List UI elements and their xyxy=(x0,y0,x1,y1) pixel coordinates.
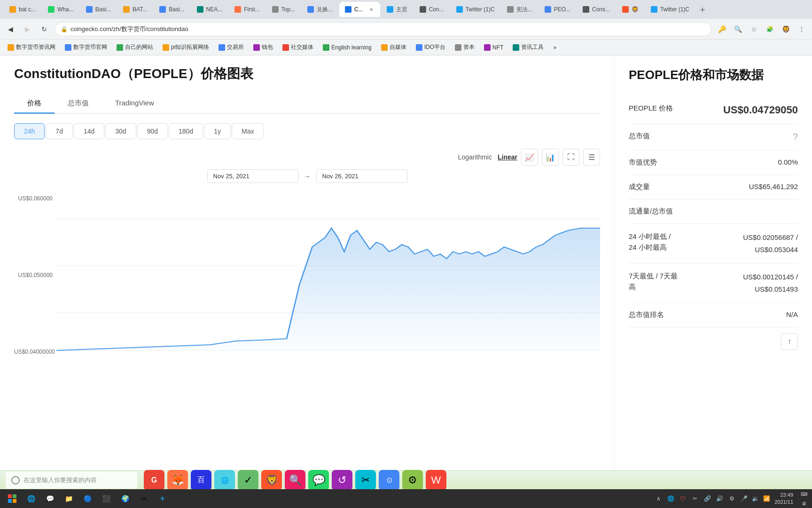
taskbar-folder-icon[interactable]: 📁 xyxy=(60,490,77,507)
time-btn-max[interactable]: Max xyxy=(232,123,264,139)
tab-close-con1[interactable]: ✕ xyxy=(368,6,375,13)
taskbar-icon-blue1[interactable]: 🌐 xyxy=(214,470,235,491)
taskbar-icon-chrome[interactable]: ⊙ xyxy=(379,470,399,491)
bookmark-crypto-news[interactable]: 数字货币资讯网 xyxy=(4,41,59,53)
scale-linear[interactable]: Linear xyxy=(498,153,517,161)
menu-icon[interactable]: ⋮ xyxy=(795,23,808,36)
tab-twi2[interactable]: Twitter (1)C xyxy=(451,2,500,17)
tray-link-icon[interactable]: 🔗 xyxy=(703,494,711,503)
reload-button[interactable]: ↻ xyxy=(38,23,51,36)
date-from-input[interactable] xyxy=(207,169,298,183)
tab-top1[interactable]: Top... xyxy=(266,2,301,17)
time-btn-90d[interactable]: 90d xyxy=(137,123,168,139)
search-bar[interactable]: 在这里输入你要搜索的内容 xyxy=(6,472,137,489)
scroll-top-button[interactable]: ↑ xyxy=(781,333,798,350)
taskbar-icon-green1[interactable]: ✓ xyxy=(238,470,258,491)
tab-bas1[interactable]: Basi... xyxy=(80,2,117,17)
time-btn-30d[interactable]: 30d xyxy=(105,123,136,139)
tray-vol-icon[interactable]: 🔉 xyxy=(751,494,759,503)
taskbar-icon-g[interactable]: G xyxy=(144,470,164,491)
chart-type-candle[interactable]: 📊 xyxy=(542,149,559,166)
windows-start-button[interactable] xyxy=(4,490,21,507)
bookmark-ido[interactable]: IDO平台 xyxy=(412,41,449,53)
password-icon[interactable]: 🔑 xyxy=(715,23,728,36)
tray-antivirus-icon[interactable]: 🛡 xyxy=(679,494,687,503)
tab-con2[interactable]: Con... xyxy=(414,2,450,17)
tray-mic-icon[interactable]: 🎤 xyxy=(740,494,748,503)
taskbar-icon-refresh[interactable]: ↺ xyxy=(332,470,352,491)
time-btn-1y[interactable]: 1y xyxy=(204,123,231,139)
time-btn-7d[interactable]: 7d xyxy=(46,123,73,139)
new-tab-button[interactable]: ＋ xyxy=(696,3,709,16)
tab-bat1[interactable]: bat c... xyxy=(4,2,41,17)
taskbar-telegram-icon[interactable]: ✈ xyxy=(154,490,171,507)
bookmark-social[interactable]: 社交媒体 xyxy=(279,41,317,53)
taskbar-icon-search[interactable]: 🔍 xyxy=(285,470,305,491)
tab-fir1[interactable]: First... xyxy=(229,2,265,17)
tab-price[interactable]: 价格 xyxy=(14,94,55,114)
taskbar-chrome-icon[interactable]: 🔵 xyxy=(79,490,96,507)
system-time[interactable]: 23:49 2021/11 xyxy=(774,492,793,506)
taskbar-icon-brave[interactable]: 🦁 xyxy=(261,470,282,491)
tray-settings-icon[interactable]: ⚙ xyxy=(727,494,736,503)
time-btn-24h[interactable]: 24h xyxy=(14,123,45,139)
tab-bat2[interactable]: BAT... xyxy=(117,2,153,17)
tab-peo1[interactable]: PEO... xyxy=(539,2,576,17)
address-bar[interactable]: 🔒 coingecko.com/zh/数字货币/constitutiondao xyxy=(55,22,711,36)
bookmark-icon[interactable]: ☆ xyxy=(747,23,760,36)
taskbar-icon-tool[interactable]: ⚙ xyxy=(402,470,423,491)
taskbar-icon-baidu[interactable]: 百 xyxy=(191,470,211,491)
tray-keyboard-icon[interactable]: ⌨ xyxy=(800,490,808,498)
back-button[interactable]: ◀ xyxy=(4,23,17,36)
date-to-input[interactable] xyxy=(316,169,407,183)
taskbar-capcut-icon[interactable]: ✂ xyxy=(135,490,152,507)
taskbar-earth-icon[interactable]: 🌍 xyxy=(117,490,133,507)
bookmark-crypto-official[interactable]: 数字货币官网 xyxy=(61,41,111,53)
taskbar-browser-icon[interactable]: 🌐 xyxy=(23,490,39,507)
taskbar-icon-edit[interactable]: W xyxy=(426,470,446,491)
extension-icon[interactable]: 🧩 xyxy=(763,23,776,36)
taskbar-terminal-icon[interactable]: ⬛ xyxy=(98,490,115,507)
tray-sound-icon[interactable]: 🔊 xyxy=(715,494,724,503)
tab-exc1[interactable]: 兑换... xyxy=(302,2,338,17)
bookmark-wallet[interactable]: 钱包 xyxy=(250,41,277,53)
tab-twi3[interactable]: Twitter (1)C xyxy=(645,2,695,17)
time-btn-14d[interactable]: 14d xyxy=(74,123,104,139)
chart-fullscreen[interactable]: ⛶ xyxy=(562,149,579,166)
bookmark-english[interactable]: English learning xyxy=(319,42,375,53)
bookmark-my-site[interactable]: 自己的网站 xyxy=(113,41,157,53)
bookmark-pi[interactable]: pi知识拓展网络 xyxy=(159,41,213,53)
bookmark-nft[interactable]: NFT xyxy=(480,42,507,53)
bookmark-capital[interactable]: 资本 xyxy=(451,41,478,53)
time-btn-180d[interactable]: 180d xyxy=(169,123,203,139)
bookmark-exchange[interactable]: 交易所 xyxy=(215,41,248,53)
taskbar-icon-firefox[interactable]: 🦊 xyxy=(167,470,188,491)
tab-con1-active[interactable]: C... ✕ xyxy=(339,2,380,17)
tab-market-cap[interactable]: 总市值 xyxy=(55,94,102,114)
taskbar-wechat-icon[interactable]: 💬 xyxy=(41,490,58,507)
tray-chevron-icon[interactable]: ∧ xyxy=(654,494,663,503)
bookmark-more[interactable]: » xyxy=(549,42,560,53)
tab-con4[interactable]: Cons... xyxy=(577,2,616,17)
tab-twi1[interactable]: 主页 xyxy=(381,2,413,17)
chart-type-line[interactable]: 📈 xyxy=(521,149,538,166)
taskbar-icon-cut[interactable]: ✂ xyxy=(355,470,376,491)
forward-button[interactable]: ▶ xyxy=(21,23,34,36)
tab-wha1[interactable]: Wha... xyxy=(42,2,79,17)
tray-wifi-icon[interactable]: 📶 xyxy=(762,494,771,503)
taskbar-icon-chat[interactable]: 💬 xyxy=(308,470,329,491)
tab-bas2[interactable]: Basi... xyxy=(154,2,190,17)
search-icon[interactable]: 🔍 xyxy=(731,23,744,36)
tab-bra1[interactable]: 🦁 xyxy=(617,2,644,17)
scale-logarithmic[interactable]: Logarithmic xyxy=(458,153,492,161)
tray-scissors-icon[interactable]: ✂ xyxy=(691,494,699,503)
tab-con3[interactable]: 宪法... xyxy=(501,2,538,17)
brave-icon[interactable]: 🦁 xyxy=(779,23,792,36)
tab-trading-view[interactable]: TradingView xyxy=(102,94,167,114)
tab-nea1[interactable]: NEA... xyxy=(191,2,228,17)
tray-screen-icon[interactable]: 🖥 xyxy=(800,499,808,508)
tray-network-icon[interactable]: 🌐 xyxy=(666,494,675,503)
bookmark-media[interactable]: 自媒体 xyxy=(377,41,410,53)
bookmark-info-tools[interactable]: 资讯工具 xyxy=(509,41,547,53)
chart-menu[interactable]: ☰ xyxy=(583,149,600,166)
